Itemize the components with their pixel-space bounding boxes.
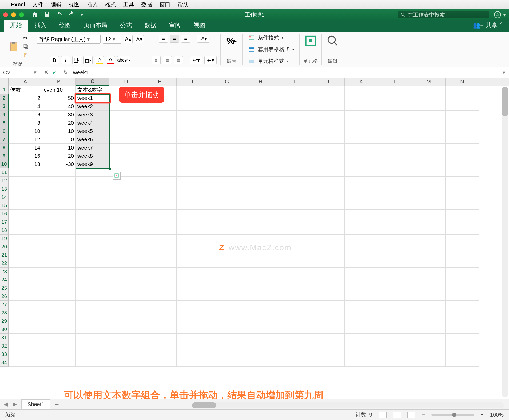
cell[interactable] <box>177 301 210 309</box>
cell[interactable] <box>345 144 378 152</box>
cell[interactable] <box>42 350 76 358</box>
cell[interactable] <box>76 317 109 325</box>
cell[interactable] <box>345 152 378 160</box>
column-header[interactable]: E <box>143 78 177 86</box>
cell[interactable] <box>244 259 277 268</box>
cell[interactable] <box>277 342 311 350</box>
cell[interactable] <box>378 317 412 325</box>
cell[interactable] <box>177 334 210 342</box>
zoom-slider[interactable] <box>431 414 474 416</box>
fx-icon[interactable]: fx <box>61 69 70 75</box>
cell[interactable] <box>9 243 42 251</box>
cell[interactable] <box>109 218 143 226</box>
cell[interactable] <box>311 193 345 201</box>
cell[interactable] <box>244 135 277 144</box>
cell[interactable] <box>143 135 177 144</box>
cell[interactable] <box>446 251 479 259</box>
cell[interactable] <box>378 185 412 193</box>
cell[interactable] <box>277 301 311 309</box>
cell[interactable] <box>345 334 378 342</box>
save-icon[interactable] <box>44 11 50 19</box>
row-header[interactable]: 11 <box>0 168 9 177</box>
cell[interactable] <box>311 210 345 218</box>
cell[interactable] <box>311 334 345 342</box>
cell[interactable] <box>311 86 345 94</box>
cell[interactable] <box>210 268 244 276</box>
cell[interactable] <box>210 160 244 168</box>
cell[interactable] <box>412 135 446 144</box>
cell[interactable]: week7 <box>76 144 109 152</box>
cell-styles-button[interactable]: 单元格样式▾ <box>246 57 290 65</box>
enter-icon[interactable]: ✓ <box>52 69 57 76</box>
cell[interactable] <box>412 268 446 276</box>
cell[interactable] <box>143 235 177 243</box>
cell[interactable] <box>345 317 378 325</box>
cell[interactable] <box>143 119 177 127</box>
cell[interactable] <box>42 309 76 317</box>
cancel-icon[interactable]: ✕ <box>44 69 49 76</box>
cell[interactable] <box>446 317 479 325</box>
cell[interactable] <box>76 218 109 226</box>
cell[interactable]: -20 <box>42 152 76 160</box>
align-bottom-icon[interactable]: ≡ <box>181 35 190 43</box>
cell[interactable] <box>277 325 311 334</box>
cell[interactable] <box>446 243 479 251</box>
cell[interactable] <box>345 86 378 94</box>
feedback-icon[interactable]: ☺ <box>494 11 501 18</box>
wrap-text-icon[interactable]: ↩▾ <box>190 56 202 64</box>
cell[interactable] <box>277 193 311 201</box>
cell[interactable] <box>244 301 277 309</box>
cell[interactable] <box>311 251 345 259</box>
cell[interactable] <box>277 218 311 226</box>
cell[interactable] <box>311 235 345 243</box>
cell[interactable] <box>244 210 277 218</box>
cell[interactable] <box>177 193 210 201</box>
align-center-icon[interactable]: ≡ <box>163 56 172 64</box>
tab-draw[interactable]: 绘图 <box>53 19 77 32</box>
cell[interactable] <box>412 193 446 201</box>
cell[interactable] <box>42 177 76 185</box>
cell[interactable]: week1 <box>76 94 109 102</box>
cell[interactable] <box>109 317 143 325</box>
horizontal-scrollbar[interactable] <box>192 402 504 408</box>
row-header[interactable]: 30 <box>0 325 9 334</box>
row-header[interactable]: 28 <box>0 309 9 317</box>
column-header[interactable]: F <box>177 78 210 86</box>
row-header[interactable]: 24 <box>0 276 9 284</box>
cell[interactable] <box>210 144 244 152</box>
cell[interactable] <box>311 284 345 292</box>
cell[interactable] <box>345 325 378 334</box>
cell[interactable] <box>177 210 210 218</box>
zoom-out-icon[interactable]: − <box>422 412 425 418</box>
cell[interactable] <box>345 292 378 301</box>
cell[interactable] <box>446 135 479 144</box>
cell[interactable]: 14 <box>9 144 42 152</box>
menu-view[interactable]: 视图 <box>69 1 80 8</box>
cell[interactable] <box>378 86 412 94</box>
cell[interactable] <box>345 284 378 292</box>
cell[interactable]: 20 <box>42 119 76 127</box>
menu-format[interactable]: 格式 <box>105 1 116 8</box>
sheet-tab[interactable]: Sheet1 <box>21 399 50 409</box>
cell[interactable] <box>311 218 345 226</box>
cell[interactable] <box>311 177 345 185</box>
cell[interactable] <box>143 193 177 201</box>
cell[interactable]: week9 <box>76 160 109 168</box>
cell[interactable]: week4 <box>76 119 109 127</box>
cell[interactable] <box>9 334 42 342</box>
row-header[interactable]: 3 <box>0 102 9 111</box>
row-header[interactable]: 26 <box>0 292 9 301</box>
cell[interactable] <box>446 342 479 350</box>
cell[interactable] <box>76 284 109 292</box>
cell[interactable] <box>378 259 412 268</box>
cell[interactable] <box>109 276 143 284</box>
cell[interactable] <box>345 185 378 193</box>
cell[interactable] <box>9 235 42 243</box>
chevron-down-icon[interactable]: ▾ <box>503 11 506 18</box>
view-page-break-icon[interactable] <box>407 412 415 418</box>
row-header[interactable]: 14 <box>0 193 9 201</box>
cell[interactable] <box>378 102 412 111</box>
cell[interactable] <box>210 251 244 259</box>
cell[interactable] <box>412 102 446 111</box>
cell[interactable] <box>446 210 479 218</box>
